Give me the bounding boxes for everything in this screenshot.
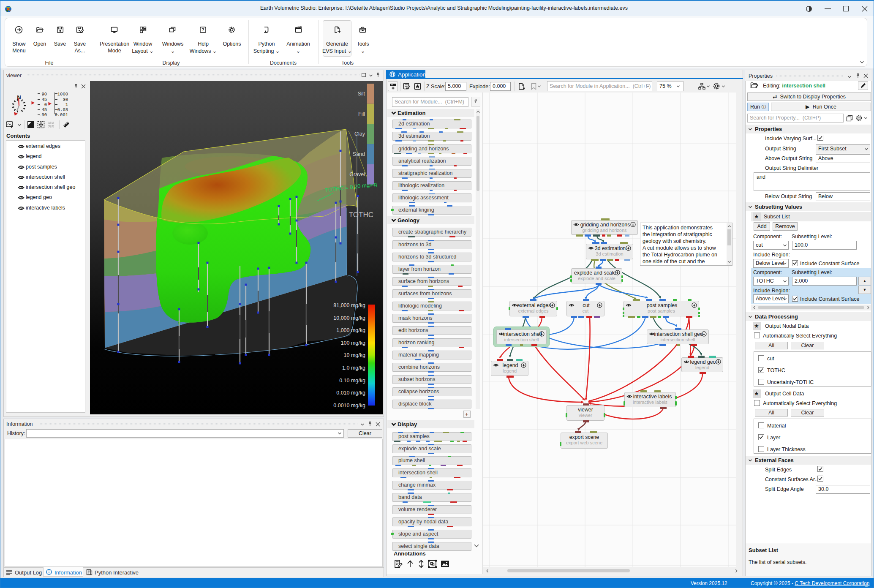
svg-text:10,000 mg/kg: 10,000 mg/kg — [333, 315, 365, 321]
svg-text:81,000 mg/kg: 81,000 mg/kg — [333, 302, 365, 308]
svg-text:1.0 mg/kg: 1.0 mg/kg — [342, 365, 365, 371]
svg-text:Gravel: Gravel — [349, 172, 365, 177]
svg-text:Silt: Silt — [358, 91, 365, 97]
svg-text:Fill: Fill — [358, 111, 365, 117]
svg-text:10 mg/kg: 10 mg/kg — [344, 352, 365, 358]
svg-text:TOTHC: TOTHC — [349, 211, 373, 219]
svg-text:0.10 mg/kg: 0.10 mg/kg — [339, 378, 365, 384]
svg-text:?: ? — [201, 27, 204, 32]
svg-text:0.0010 mg/kg: 0.0010 mg/kg — [333, 403, 365, 408]
svg-text:0.010 mg/kg: 0.010 mg/kg — [336, 390, 365, 396]
svg-text:Clay: Clay — [354, 131, 365, 137]
svg-text:Sand: Sand — [353, 151, 365, 157]
svg-text:1,000 mg/kg: 1,000 mg/kg — [336, 327, 365, 333]
svg-text:100 mg/kg: 100 mg/kg — [341, 340, 365, 346]
